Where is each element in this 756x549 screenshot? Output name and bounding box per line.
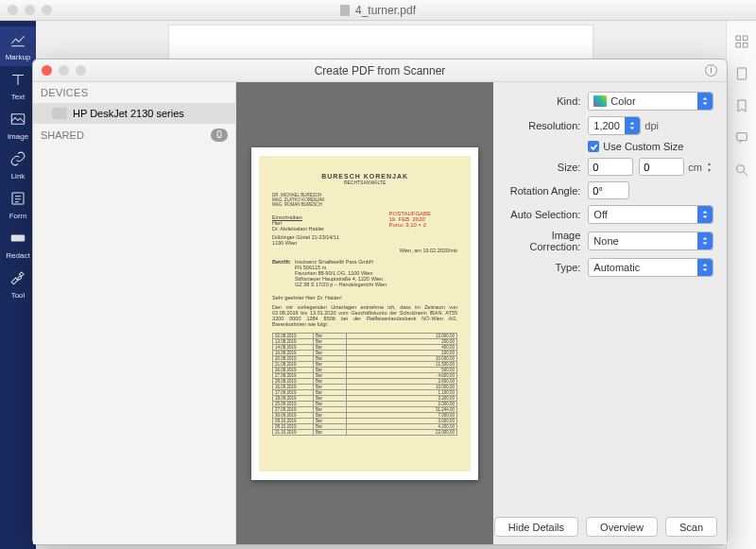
sidebar-item-tool[interactable]: Tool: [0, 265, 36, 304]
close-icon[interactable]: [8, 5, 18, 15]
markup-icon: [9, 31, 26, 48]
modal-close-icon[interactable]: [42, 65, 52, 76]
sidebar-item-redact[interactable]: Redact: [0, 225, 36, 265]
postage-stamp: POSTAUFGABE 19. FEB. 2020 Porto: 3,10 × …: [389, 211, 432, 228]
size-label: Size:: [503, 162, 588, 173]
scan-button[interactable]: Scan: [665, 517, 717, 537]
bookmark-icon[interactable]: [734, 98, 749, 113]
right-rail: [726, 21, 756, 549]
modal-minimize-icon[interactable]: [59, 65, 69, 76]
link-icon: [9, 150, 26, 167]
scanned-document: BURESCH KORENJAK RECHTSANWÄLTE DR. MICHA…: [259, 156, 471, 472]
scanner-modal: Create PDF from Scanner i DEVICES HP Des…: [32, 59, 728, 545]
rotation-label: Rotation Angle:: [503, 185, 588, 197]
image-correction-select[interactable]: None: [588, 232, 713, 250]
sidebar-item-link[interactable]: Link: [0, 146, 36, 185]
modal-zoom-icon[interactable]: [76, 65, 86, 76]
checkbox-checked-icon: [588, 141, 599, 152]
auto-selection-label: Auto Selection:: [503, 209, 588, 220]
svg-rect-7: [737, 68, 746, 79]
svg-rect-8: [736, 133, 747, 141]
thumbnails-icon[interactable]: [734, 34, 749, 49]
sidebar-item-text[interactable]: Text: [0, 66, 36, 106]
chevron-updown-icon: [625, 117, 640, 134]
chevron-updown-icon: [697, 206, 713, 223]
size-unit: cm: [688, 162, 702, 173]
left-sidebar: Markup Text Image Link Form Redact Tool: [0, 21, 36, 549]
type-label: Type:: [503, 262, 588, 273]
svg-rect-3: [736, 36, 741, 41]
image-correction-label: Image Correction:: [503, 230, 588, 252]
sidebar-item-markup[interactable]: Markup: [0, 26, 36, 66]
use-custom-size-checkbox[interactable]: Use Custom Size: [588, 141, 683, 152]
scan-page[interactable]: BURESCH KORENJAK RECHTSANWÄLTE DR. MICHA…: [251, 147, 478, 480]
printer-icon: [52, 108, 67, 119]
chevron-updown-icon: [697, 93, 713, 110]
overview-button[interactable]: Overview: [586, 517, 658, 537]
form-icon: [9, 190, 26, 207]
svg-rect-4: [743, 36, 747, 41]
transactions-table: 02.08.2019Bar13.000,0013.08.2019Bar200,0…: [272, 333, 457, 436]
svg-rect-5: [736, 43, 741, 47]
resolution-unit: dpi: [644, 120, 659, 131]
modal-title: Create PDF from Scanner: [315, 64, 446, 77]
redact-icon: [9, 230, 26, 247]
kind-label: Kind:: [503, 95, 588, 107]
scan-preview-panel: BURESCH KORENJAK RECHTSANWÄLTE DR. MICHA…: [236, 82, 494, 544]
image-icon: [9, 111, 26, 128]
resolution-select[interactable]: 1,200: [588, 116, 641, 135]
sidebar-item-form[interactable]: Form: [0, 185, 36, 225]
maximize-icon[interactable]: [42, 5, 52, 15]
chevron-updown-icon: [697, 232, 713, 249]
annotations-icon[interactable]: [734, 130, 749, 146]
svg-rect-6: [743, 43, 747, 47]
size-unit-stepper[interactable]: ▴▾: [704, 161, 713, 174]
search-icon[interactable]: [734, 163, 749, 178]
rotation-input[interactable]: [588, 181, 629, 199]
shared-row[interactable]: SHARED 0: [33, 124, 235, 146]
text-icon: [9, 71, 26, 88]
info-icon[interactable]: i: [705, 64, 717, 77]
chevron-updown-icon: [697, 259, 713, 276]
scan-settings-panel: Kind: Color Resolution: 1,200 dpi: [493, 82, 727, 544]
kind-select[interactable]: Color: [588, 92, 713, 111]
hide-details-button[interactable]: Hide Details: [494, 517, 578, 537]
shared-header: SHARED: [41, 129, 84, 141]
modal-titlebar: Create PDF from Scanner i: [33, 60, 727, 82]
svg-rect-2: [11, 235, 25, 241]
svg-point-9: [736, 165, 744, 173]
size-width-input[interactable]: [588, 158, 633, 176]
device-row[interactable]: HP DeskJet 2130 series: [33, 103, 235, 124]
shared-count-badge: 0: [211, 129, 228, 142]
sidebar-item-image[interactable]: Image: [0, 106, 36, 146]
devices-panel: DEVICES HP DeskJet 2130 series SHARED 0: [33, 82, 236, 544]
tool-icon: [9, 269, 26, 286]
main-titlebar: 4_turner.pdf: [0, 0, 756, 21]
outline-icon[interactable]: [734, 66, 749, 81]
size-height-input[interactable]: [639, 158, 684, 176]
devices-header: DEVICES: [33, 82, 235, 103]
color-swatch-icon: [593, 95, 607, 107]
minimize-icon[interactable]: [25, 5, 35, 15]
device-name: HP DeskJet 2130 series: [73, 108, 184, 119]
resolution-label: Resolution:: [503, 120, 588, 131]
window-title: 4_turner.pdf: [355, 4, 416, 17]
main-traffic-lights[interactable]: [8, 5, 52, 15]
document-icon: [340, 5, 350, 16]
auto-selection-select[interactable]: Off: [588, 205, 713, 224]
type-select[interactable]: Automatic: [588, 258, 713, 277]
